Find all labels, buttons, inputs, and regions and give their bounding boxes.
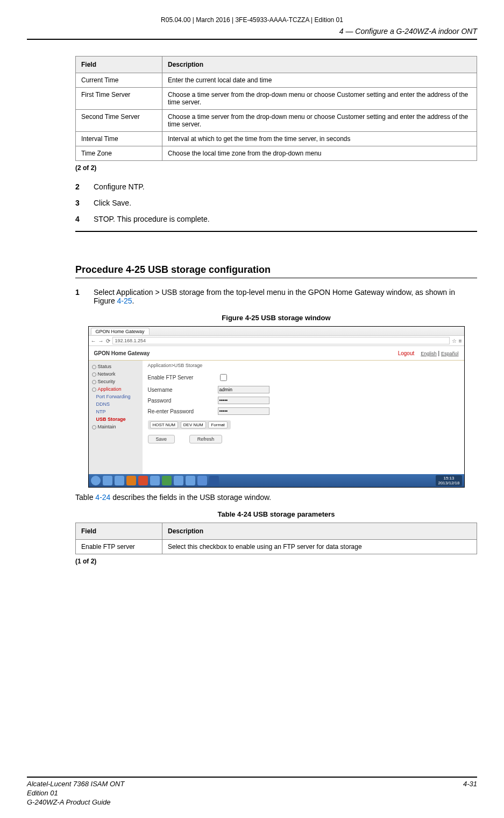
step-text: Select Application > USB storage from th… [94, 288, 477, 305]
taskbar-app-icon[interactable] [162, 476, 172, 485]
nav-back-icon[interactable]: ← [91, 338, 96, 344]
taskbar-app-icon[interactable] [138, 476, 148, 485]
taskbar-app-icon[interactable] [174, 476, 183, 485]
taskbar-app-icon[interactable] [209, 476, 219, 485]
clock-time: 15:13 [438, 476, 459, 481]
sidebar-item-port-forwarding[interactable]: Port Forwarding [89, 393, 143, 400]
reload-icon[interactable]: ⟳ [106, 338, 110, 344]
doc-footer: Alcatel-Lucent 7368 ISAM ONT Edition 01 … [27, 777, 477, 807]
page-title: GPON Home Gateway [94, 350, 150, 356]
table-row: First Time Server Choose a time server f… [76, 88, 477, 110]
field-cell: Interval Time [76, 132, 162, 146]
sidebar-item-application[interactable]: Application [89, 385, 143, 393]
taskbar-app-icon[interactable] [186, 476, 195, 485]
logout-link[interactable]: Logout [398, 350, 415, 356]
desc-cell: Select this checkbox to enable using an … [162, 540, 477, 554]
sidebar-item-ddns[interactable]: DDNS [89, 400, 143, 408]
sidebar-item-maintain[interactable]: Maintain [89, 423, 143, 431]
table-header-description: Description [162, 523, 477, 540]
step-number: 3 [75, 199, 94, 207]
desc-cell: Choose a time server from the drop-down … [162, 110, 477, 132]
sidebar-item-network[interactable]: Network [89, 370, 143, 378]
step-item: 3 Click Save. [75, 199, 477, 207]
star-icon[interactable]: ☆ [452, 338, 457, 344]
start-icon[interactable] [91, 476, 101, 485]
procedure-steps: 1 Select Application > USB storage from … [75, 288, 477, 305]
table-link[interactable]: 4-24 [95, 493, 110, 502]
browser-tab[interactable]: GPON Home Gateway [91, 328, 150, 335]
enable-ftp-label: Enable FTP Server [148, 375, 218, 380]
desc-cell: Interval at which to get the time from t… [162, 132, 477, 146]
chapter-title: 4 — Configure a G-240WZ-A indoor ONT [27, 27, 477, 40]
browser-url-bar: ← → ⟳ 192.168.1.254 ☆ ≡ [89, 336, 464, 346]
breadcrumb: Application>USB Storage [148, 363, 459, 368]
taskbar-clock: 15:13 2013/12/18 [436, 475, 462, 486]
browser-tab-bar: GPON Home Gateway [89, 327, 464, 336]
figure-caption: Figure 4-25 USB storage window [75, 314, 477, 322]
sidebar-item-usb-storage[interactable]: USB Storage [89, 415, 143, 423]
table-row: Time Zone Choose the local time zone fro… [76, 146, 477, 161]
section-divider [75, 231, 477, 232]
footer-line: Edition 01 [27, 789, 124, 798]
field-cell: Time Zone [76, 146, 162, 161]
text: Table [75, 493, 95, 502]
step-number: 1 [75, 288, 94, 305]
step-text: STOP. This procedure is complete. [94, 215, 210, 223]
doc-id: R05.04.00 | March 2016 | 3FE-45933-AAAA-… [27, 16, 477, 24]
desc-cell: Choose a time server from the drop-down … [162, 88, 477, 110]
enable-ftp-checkbox[interactable] [220, 374, 227, 381]
text: Select Application > USB storage from th… [94, 288, 455, 305]
taskbar-app-icon[interactable] [197, 476, 207, 485]
step-number: 2 [75, 182, 94, 191]
step-text: Click Save. [94, 199, 131, 207]
refresh-button[interactable]: Refresh [189, 435, 223, 443]
sntp-parameters-table: Field Description Current Time Enter the… [75, 56, 477, 161]
sidebar: Status Network Security Application Port… [89, 361, 143, 474]
lang-espanol-link[interactable]: Español [441, 351, 459, 356]
step-number: 4 [75, 215, 94, 223]
save-button[interactable]: Save [148, 435, 175, 443]
field-cell: Current Time [76, 73, 162, 88]
format-button[interactable]: Format [208, 421, 227, 428]
repassword-input[interactable] [218, 407, 269, 415]
host-num-button[interactable]: HOST NUM [150, 421, 179, 428]
taskbar-app-icon[interactable] [115, 476, 124, 485]
table-header-field: Field [76, 57, 162, 73]
sidebar-item-security[interactable]: Security [89, 378, 143, 385]
step-item: 1 Select Application > USB storage from … [75, 288, 477, 305]
figure-link[interactable]: 4-25 [117, 297, 132, 305]
taskbar: 15:13 2013/12/18 [89, 474, 464, 487]
text: describes the fields in the USB storage … [110, 493, 271, 502]
step-item: 4 STOP. This procedure is complete. [75, 215, 477, 223]
footer-line: Alcatel-Lucent 7368 ISAM ONT [27, 780, 124, 789]
clock-date: 2013/12/18 [438, 481, 459, 485]
address-input[interactable]: 192.168.1.254 [112, 337, 450, 344]
step-text: Configure NTP. [94, 182, 145, 191]
usb-storage-parameters-table: Field Description Enable FTP server Sele… [75, 523, 477, 554]
dev-num-button[interactable]: DEV NUM [181, 421, 206, 428]
password-input[interactable] [218, 397, 269, 404]
sidebar-item-ntp[interactable]: NTP [89, 408, 143, 415]
procedure-heading: Procedure 4-25 USB storage configuration [75, 264, 477, 278]
content-area: Application>USB Storage Enable FTP Serve… [143, 361, 464, 474]
password-label: Password [148, 398, 218, 404]
sidebar-item-status[interactable]: Status [89, 363, 143, 370]
table-row: Enable FTP server Select this checkbox t… [76, 540, 477, 554]
username-input[interactable] [218, 386, 269, 393]
menu-icon[interactable]: ≡ [459, 338, 462, 344]
table-footer: (2 of 2) [75, 164, 477, 172]
procedure-steps: 2 Configure NTP. 3 Click Save. 4 STOP. T… [75, 182, 477, 223]
text: . [132, 297, 134, 305]
nav-forward-icon[interactable]: → [98, 338, 104, 344]
table-header-description: Description [162, 57, 477, 73]
page-number: 4-31 [463, 780, 477, 807]
page-header: GPON Home Gateway Logout English | Españ… [89, 346, 464, 361]
taskbar-app-icon[interactable] [126, 476, 136, 485]
step-item: 2 Configure NTP. [75, 182, 477, 191]
taskbar-app-icon[interactable] [150, 476, 160, 485]
footer-line: G-240WZ-A Product Guide [27, 798, 124, 807]
lang-english-link[interactable]: English [421, 351, 437, 356]
taskbar-app-icon[interactable] [103, 476, 112, 485]
desc-cell: Enter the current local date and time [162, 73, 477, 88]
username-label: Username [148, 387, 218, 393]
